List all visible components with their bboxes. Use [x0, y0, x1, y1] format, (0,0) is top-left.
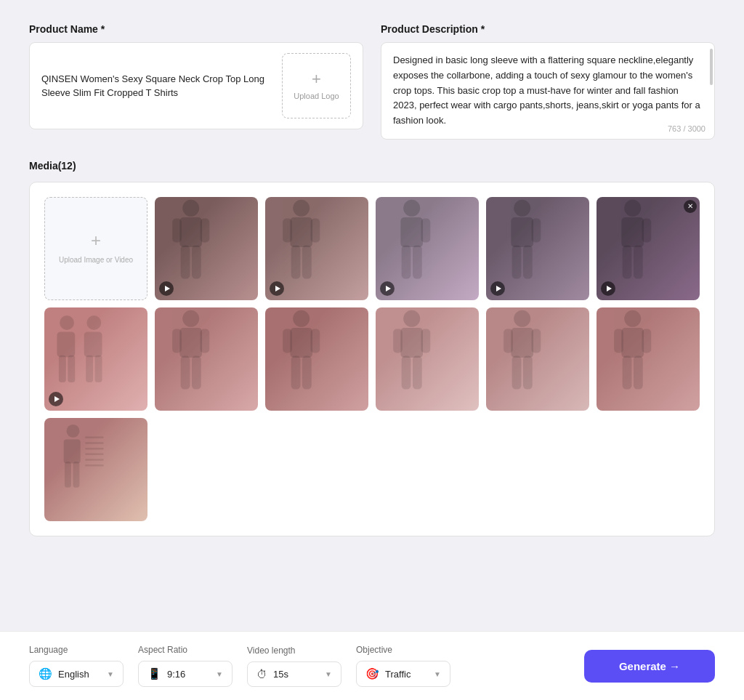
language-control: Language 🌐 English ▼: [29, 645, 124, 687]
svg-rect-9: [310, 218, 320, 242]
play-icon-4[interactable]: [490, 281, 505, 296]
media-grid-container: + Upload Image or Video: [29, 182, 715, 536]
video-length-chevron-icon: ▼: [325, 670, 332, 678]
aspect-ratio-label: Aspect Ratio: [138, 645, 232, 655]
product-description-label: Product Description *: [381, 23, 715, 35]
video-length-select[interactable]: ⏱ 15s ▼: [247, 661, 341, 687]
play-icon-5[interactable]: [601, 281, 615, 296]
svg-rect-36: [179, 328, 202, 358]
description-counter: 763 / 3000: [668, 124, 705, 133]
globe-icon: 🌐: [39, 667, 52, 680]
svg-rect-55: [504, 329, 513, 353]
svg-rect-14: [421, 218, 430, 242]
svg-rect-48: [400, 328, 423, 358]
svg-rect-58: [523, 355, 533, 389]
upload-logo-label: Upload Logo: [294, 92, 339, 100]
media-thumb-1[interactable]: [155, 197, 258, 300]
svg-point-41: [293, 310, 310, 327]
media-thumb-5[interactable]: ✕: [597, 197, 700, 300]
svg-rect-49: [393, 329, 403, 353]
svg-rect-72: [85, 454, 104, 456]
svg-rect-33: [86, 355, 93, 382]
svg-rect-61: [614, 329, 623, 353]
svg-point-53: [514, 310, 530, 327]
generate-button[interactable]: Generate →: [584, 650, 715, 683]
play-icon-3[interactable]: [380, 281, 395, 296]
upload-media-button[interactable]: + Upload Image or Video: [44, 197, 147, 300]
media-thumb-11[interactable]: [597, 307, 700, 411]
svg-rect-11: [302, 245, 312, 278]
media-thumb-9[interactable]: [376, 307, 479, 411]
svg-rect-69: [85, 437, 104, 439]
objective-control: Objective 🎯 Traffic ▼: [356, 645, 450, 687]
svg-rect-64: [634, 355, 643, 389]
svg-point-31: [86, 315, 101, 330]
objective-chevron-icon: ▼: [434, 670, 441, 678]
svg-rect-68: [73, 462, 79, 488]
svg-rect-56: [531, 329, 541, 353]
svg-point-6: [293, 200, 310, 217]
svg-rect-15: [402, 245, 411, 278]
svg-rect-54: [511, 328, 533, 358]
product-description-box[interactable]: Designed in basic long sleeve with a fla…: [381, 42, 715, 140]
language-value: English: [58, 669, 101, 680]
svg-rect-44: [310, 329, 320, 353]
media-thumb-3[interactable]: [376, 197, 479, 300]
media-grid: + Upload Image or Video: [44, 197, 700, 521]
svg-point-27: [60, 315, 74, 330]
svg-rect-70: [85, 442, 104, 444]
upload-logo-plus-icon: +: [312, 71, 321, 87]
video-length-value: 15s: [273, 669, 319, 680]
objective-value: Traffic: [385, 669, 428, 680]
video-length-control: Video length ⏱ 15s ▼: [247, 645, 341, 687]
svg-rect-21: [523, 245, 533, 278]
aspect-ratio-select[interactable]: 📱 9:16 ▼: [138, 661, 232, 687]
upload-plus-icon: +: [91, 232, 101, 249]
play-icon-1[interactable]: [159, 281, 174, 296]
remove-media-5-button[interactable]: ✕: [684, 200, 697, 213]
svg-rect-24: [642, 218, 651, 242]
language-chevron-icon: ▼: [107, 670, 114, 678]
svg-rect-45: [291, 355, 301, 389]
svg-rect-8: [283, 218, 292, 242]
svg-rect-18: [511, 217, 533, 247]
svg-rect-1: [179, 217, 202, 247]
svg-rect-29: [59, 355, 66, 382]
media-thumb-2[interactable]: [265, 197, 368, 300]
svg-rect-43: [283, 329, 292, 353]
media-label: Media(12): [29, 160, 715, 172]
play-icon-2[interactable]: [270, 281, 284, 296]
svg-rect-50: [421, 329, 430, 353]
phone-icon: 📱: [147, 667, 161, 680]
media-thumb-12[interactable]: [44, 418, 147, 521]
clock-icon: ⏱: [256, 668, 267, 680]
media-thumb-10[interactable]: [486, 307, 589, 411]
target-icon: 🎯: [365, 667, 379, 680]
product-description-text: Designed in basic long sleeve with a fla…: [393, 53, 703, 129]
objective-select[interactable]: 🎯 Traffic ▼: [356, 661, 450, 687]
svg-rect-34: [95, 355, 102, 382]
product-name-box: QINSEN Women's Sexy Square Neck Crop Top…: [29, 42, 363, 129]
aspect-ratio-value: 9:16: [167, 669, 210, 680]
svg-rect-2: [172, 218, 182, 242]
svg-rect-28: [57, 331, 75, 357]
video-length-label: Video length: [247, 645, 341, 656]
media-thumb-4[interactable]: [486, 197, 589, 300]
svg-rect-5: [192, 245, 201, 278]
media-thumb-8[interactable]: [265, 307, 368, 411]
language-select[interactable]: 🌐 English ▼: [29, 661, 124, 687]
svg-rect-26: [634, 245, 643, 278]
svg-point-22: [624, 200, 641, 217]
svg-rect-71: [85, 448, 104, 450]
media-thumb-7[interactable]: [155, 307, 258, 411]
svg-point-17: [514, 200, 530, 217]
media-section: Media(12) + Upload Image or Video: [29, 160, 715, 536]
svg-rect-37: [172, 329, 182, 353]
play-icon-6[interactable]: [49, 392, 63, 406]
svg-point-59: [624, 310, 641, 327]
svg-rect-67: [65, 462, 71, 488]
product-name-label: Product Name *: [29, 23, 363, 35]
media-thumb-6[interactable]: [44, 307, 147, 411]
upload-logo-button[interactable]: + Upload Logo: [282, 53, 351, 118]
svg-rect-4: [181, 245, 190, 278]
